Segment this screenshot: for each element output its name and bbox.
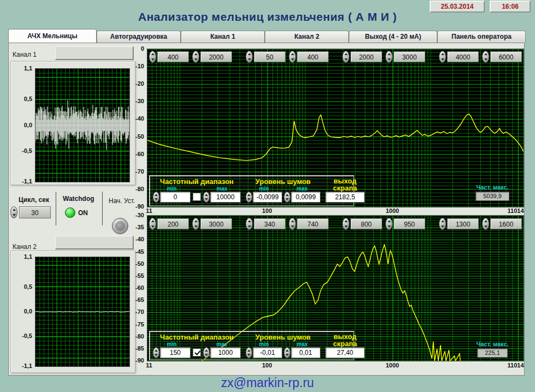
range-value-field[interactable]: 3000	[200, 218, 232, 229]
range-spinner[interactable]	[289, 51, 296, 63]
spectrum-top-x-axis: 11100100011014	[147, 207, 523, 215]
range-value-field[interactable]: 740	[297, 218, 329, 229]
freq-max-field[interactable]: 10000	[210, 192, 241, 203]
y-tick-label: -0,5	[22, 333, 32, 339]
range-value-field[interactable]: 400	[297, 51, 329, 62]
range-spinner[interactable]	[385, 51, 393, 63]
channel2-waveform-chart: 1,10,50,0-0,5-1,1	[10, 251, 135, 373]
freq-range-checkbox[interactable]	[193, 348, 201, 357]
freq-max-label: Част. макс.	[476, 184, 508, 191]
freq-max-indicator: Част. макс. 225,1	[469, 341, 515, 358]
noise-min-field[interactable]: -0,0099	[253, 192, 282, 203]
tab-bar: АЧХ Мельницы Автоградуировка Канал 1 Кан…	[8, 29, 526, 43]
range-spinner[interactable]	[246, 51, 253, 63]
range-value-field[interactable]: 400	[157, 51, 189, 62]
range-value-field[interactable]: 1600	[490, 218, 522, 229]
spectrum-bottom-chart: -30-35-40-45-50-55-60-65-70-75-80-85-90 …	[130, 215, 526, 376]
min-spinner[interactable]	[246, 347, 252, 358]
range-value-field[interactable]: 1300	[447, 218, 479, 229]
max-label: max	[216, 186, 227, 192]
min-label: min	[167, 186, 177, 192]
range-value-field[interactable]: 2000	[200, 51, 232, 62]
range-spinner[interactable]	[149, 51, 156, 63]
noise-level-title: Уровень шумов	[255, 333, 311, 341]
max-spinner[interactable]	[284, 192, 290, 203]
y-tick-label: -80	[135, 333, 144, 339]
range-value-field[interactable]: 6000	[490, 51, 522, 62]
min-spinner[interactable]	[246, 192, 252, 203]
freq-max-value: 5039,9	[475, 192, 509, 201]
range-spinner[interactable]	[439, 51, 446, 63]
freq-range-checkbox[interactable]	[193, 193, 201, 201]
range-value-field[interactable]: 2000	[350, 51, 382, 62]
ami-analyzer-window: 25.03.2014 16:06 Анализатор мельниц изме…	[0, 0, 535, 392]
min-label: min	[259, 341, 269, 347]
contact-email-link[interactable]: zx@markin-rp.ru	[0, 375, 535, 390]
range-value-field[interactable]: 50	[254, 51, 286, 62]
tab-afc-mills[interactable]: АЧХ Мельницы	[8, 29, 97, 43]
tab-output-4-20ma[interactable]: Выход (4 - 20 мА)	[349, 31, 437, 43]
tab-autocalibration[interactable]: Автоградуировка	[97, 31, 181, 43]
channel1-label: Канал 1	[13, 51, 37, 58]
freq-max-field[interactable]: 1000	[210, 347, 241, 358]
max-label: max	[216, 341, 227, 347]
spectrum-bottom-range-controls: 200 3000 340 740 800 950 1300 1600	[149, 218, 522, 230]
freq-min-field[interactable]: 150	[160, 347, 191, 358]
noise-max-field[interactable]: 0,0099	[291, 192, 320, 203]
freq-range-group: Частотный диапазон min 150 max 1000	[153, 333, 241, 358]
y-tick-label: -50	[135, 260, 144, 266]
cycle-value-field[interactable]: 30	[19, 206, 51, 218]
range-value-field[interactable]: 200	[157, 218, 189, 229]
cycle-spinner[interactable]	[10, 206, 17, 218]
x-tick-label: 11014	[508, 207, 524, 214]
freq-max-label: Част. макс.	[476, 341, 508, 347]
channel1-y-axis: 1,10,50,0-0,5-1,1	[11, 68, 33, 181]
range-spinner[interactable]	[439, 218, 446, 230]
y-tick-label: -70	[135, 309, 144, 315]
freq-max-value: 225,1	[477, 348, 508, 358]
range-spinner[interactable]	[342, 51, 349, 63]
spectrum-bottom-y-axis: -30-35-40-45-50-55-60-65-70-75-80-85-90	[130, 215, 145, 360]
range-value-field[interactable]: 800	[350, 218, 382, 229]
y-tick-label: -90	[135, 358, 144, 364]
range-spinner[interactable]	[149, 218, 156, 230]
range-spinner[interactable]	[385, 218, 393, 230]
tab-channel-2[interactable]: Канал 2	[265, 31, 349, 43]
min-label: min	[167, 341, 177, 347]
spectrum-top-settings-panel: Частотный диапазон min 0 max 10000 Урове…	[149, 175, 354, 206]
x-tick-label: 11	[146, 207, 152, 214]
watchdog-led-icon	[65, 207, 75, 218]
min-spinner[interactable]	[153, 192, 159, 203]
range-spinner[interactable]	[289, 218, 296, 230]
divider	[56, 192, 56, 225]
tab-operator-panel[interactable]: Панель оператора	[437, 31, 526, 43]
range-spinner[interactable]	[192, 51, 199, 63]
init-button[interactable]	[112, 218, 128, 234]
range-value-field[interactable]: 340	[254, 218, 286, 229]
range-spinner[interactable]	[342, 218, 349, 230]
scrap-output-value: 27,40	[325, 347, 365, 358]
y-tick-label: -0,5	[22, 147, 32, 153]
y-tick-label: -1,1	[22, 179, 32, 185]
y-tick-label: -45	[135, 248, 144, 254]
y-tick-label: 0	[141, 46, 144, 52]
range-value-field[interactable]: 3000	[394, 51, 425, 62]
range-value-field[interactable]: 4000	[447, 51, 479, 62]
range-spinner[interactable]	[482, 218, 489, 230]
tab-channel-1[interactable]: Канал 1	[181, 31, 265, 43]
y-tick-label: -30	[135, 212, 144, 218]
noise-level-group: Уровень шумов min -0,01 max 0,01	[246, 333, 320, 358]
freq-min-field[interactable]: 0	[160, 192, 191, 203]
max-spinner[interactable]	[203, 192, 210, 203]
range-spinner[interactable]	[192, 218, 199, 230]
range-spinner[interactable]	[482, 51, 489, 63]
scrap-output-group: выход скрапа 27,40	[325, 333, 365, 358]
min-spinner[interactable]	[153, 347, 159, 358]
noise-max-field[interactable]: 0,01	[291, 347, 320, 358]
range-spinner[interactable]	[246, 218, 253, 230]
y-tick-label: -75	[135, 321, 144, 327]
range-value-field[interactable]: 950	[394, 218, 425, 229]
max-spinner[interactable]	[203, 347, 210, 358]
noise-min-field[interactable]: -0,01	[253, 347, 282, 358]
max-spinner[interactable]	[284, 347, 290, 358]
